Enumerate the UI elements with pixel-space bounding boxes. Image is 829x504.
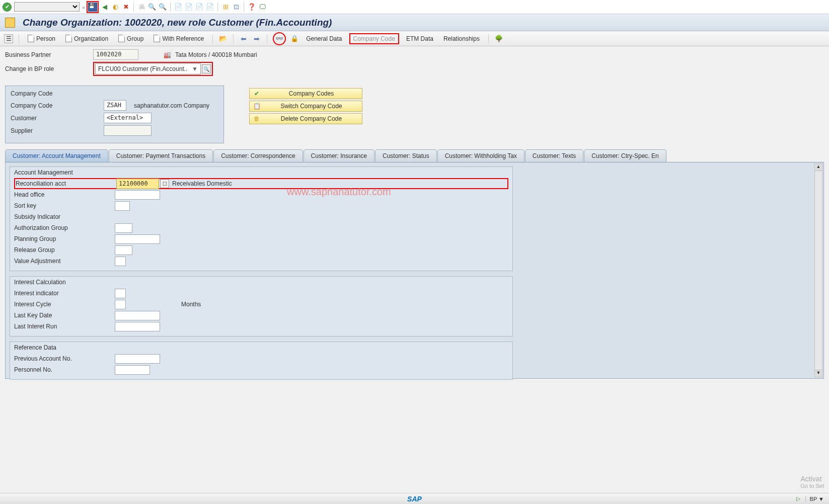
general-data-button[interactable]: General Data [303, 34, 345, 43]
lock-icon[interactable]: 🔒 [290, 34, 299, 43]
recon-label: Reconciliation acct [16, 180, 116, 187]
prev-account-input[interactable] [115, 354, 160, 364]
exit-icon[interactable]: ◐ [111, 3, 120, 12]
recon-description: Receivables Domestic [172, 180, 232, 187]
auth-group-input[interactable] [115, 223, 132, 233]
recon-help-icon[interactable]: ☐ [160, 179, 169, 188]
interest-title: Interest Calculation [14, 278, 508, 288]
enter-icon[interactable]: ✔ [3, 3, 12, 12]
glasses-icon[interactable]: 👓 [275, 34, 284, 43]
head-office-label: Head office [14, 191, 115, 198]
release-group-label: Release Group [14, 246, 115, 254]
tab-account-management[interactable]: Customer: Account Management [5, 149, 108, 162]
next-page-icon: 📄 [195, 3, 204, 12]
tab-insurance[interactable]: Customer: Insurance [304, 149, 374, 162]
first-page-icon: 📄 [174, 3, 183, 12]
cancel-icon[interactable]: ✖ [121, 3, 130, 12]
arrow-right-icon[interactable]: ➡ [252, 35, 261, 43]
check-list-icon: ✔ [253, 90, 261, 98]
print-icon: 🖶 [137, 3, 146, 12]
top-toolbar: ✔ « 💾 ◀ ◐ ✖ 🖶 🔍 🔍 📄 📄 📄 📄 ⊞ ⊡ ❓ 🖵 [0, 0, 829, 14]
tab-ctry-spec[interactable]: Customer: Ctry-Spec. En [584, 149, 666, 162]
role-label: Change in BP role [5, 65, 93, 72]
personnel-no-label: Personnel No. [14, 366, 115, 373]
interest-indicator-input[interactable] [115, 289, 126, 298]
tab-payment-transactions[interactable]: Customer: Payment Transactions [109, 149, 213, 162]
tab-withholding-tax[interactable]: Customer: Withholding Tax [437, 149, 524, 162]
with-reference-button[interactable]: With Reference [150, 34, 207, 43]
company-code-button[interactable]: Company Code [349, 33, 399, 44]
application-toolbar: ☰ Person Organization Group With Referen… [0, 31, 829, 46]
cc-description: saphanatutor.com Company [134, 102, 209, 109]
tab-texts[interactable]: Customer: Texts [525, 149, 583, 162]
interest-indicator-label: Interest indicator [14, 290, 115, 297]
cc-value[interactable]: ZSAH [104, 100, 126, 111]
open-icon[interactable]: 📂 [218, 34, 228, 43]
relationships-button[interactable]: Relationships [440, 34, 483, 43]
supplier-value [104, 125, 152, 136]
interest-cycle-unit: Months [181, 301, 201, 308]
etm-data-button[interactable]: ETM Data [403, 34, 436, 43]
sort-key-label: Sort key [14, 202, 115, 209]
supplier-label: Supplier [11, 127, 104, 134]
last-key-date-label: Last Key Date [14, 312, 115, 319]
tab-correspondence[interactable]: Customer: Correspondence [213, 149, 303, 162]
role-search-icon[interactable]: 🔍 [202, 64, 211, 73]
last-interest-run-input[interactable] [115, 322, 160, 331]
sort-key-input[interactable] [115, 201, 130, 211]
last-page-icon: 📄 [205, 3, 214, 12]
page-title-icon [5, 18, 15, 28]
chevron-left-icon[interactable]: « [82, 4, 85, 10]
layout-icon[interactable]: 🖵 [258, 3, 267, 12]
tree-icon[interactable]: 🌳 [494, 34, 503, 43]
recon-input[interactable]: 12100000 [116, 179, 159, 189]
switch-icon: 📋 [253, 102, 261, 110]
menu-icon[interactable]: ☰ [4, 34, 13, 43]
tabs-row: Customer: Account Management Customer: P… [5, 149, 824, 162]
new-session-icon[interactable]: ⊞ [221, 3, 230, 12]
acct-mgmt-title: Account Management [14, 168, 508, 178]
prev-account-label: Previous Account No. [14, 355, 115, 362]
release-group-input[interactable] [115, 245, 132, 255]
role-dropdown[interactable]: FLCU00 Customer (Fin.Account..▼ [95, 63, 201, 74]
page-title: Change Organization: 1002020, new role C… [23, 17, 332, 28]
customer-label: Customer [11, 115, 104, 122]
auth-group-label: Authorization Group [14, 224, 115, 231]
reference-title: Reference Data [14, 343, 508, 353]
personnel-no-input[interactable] [115, 365, 150, 375]
back-icon[interactable]: ◀ [100, 3, 109, 12]
planning-group-input[interactable] [115, 234, 160, 244]
value-adj-label: Value Adjustment [14, 258, 115, 265]
value-adj-input[interactable] [115, 257, 126, 266]
bp-description: Tata Motors / 400018 Mumbari [175, 51, 257, 58]
find-next-icon: 🔍 [158, 3, 167, 12]
last-key-date-input[interactable] [115, 311, 160, 320]
switch-company-code-button[interactable]: 📋 Switch Company Code [249, 101, 362, 112]
factory-icon: 🏭 [164, 51, 171, 58]
interest-cycle-label: Interest Cycle [14, 301, 115, 308]
interest-cycle-input[interactable] [115, 300, 126, 309]
head-office-input[interactable] [115, 190, 160, 200]
bp-number: 1002020 [93, 49, 138, 60]
cc-label: Company Code [11, 102, 104, 109]
command-field[interactable] [14, 2, 80, 12]
scrollbar[interactable]: ▲ ▼ [814, 163, 822, 377]
cc-section-title: Company Code [11, 89, 218, 100]
trash-icon: 🗑 [253, 115, 261, 123]
help-icon[interactable]: ❓ [247, 3, 256, 12]
organization-button[interactable]: Organization [62, 34, 111, 43]
delete-company-code-button[interactable]: 🗑 Delete Company Code [249, 113, 362, 124]
tab-status[interactable]: Customer: Status [375, 149, 437, 162]
page-title-bar: Change Organization: 1002020, new role C… [0, 14, 829, 31]
last-interest-run-label: Last Interet Run [14, 323, 115, 330]
shortcut-icon[interactable]: ⊡ [232, 3, 241, 12]
arrow-left-icon[interactable]: ⬅ [239, 35, 248, 43]
group-button[interactable]: Group [115, 34, 146, 43]
subsidy-label: Subsidy Indicator [14, 213, 115, 220]
bp-label: Business Partner [5, 51, 93, 58]
company-codes-button[interactable]: ✔ Company Codes [249, 88, 362, 99]
customer-value[interactable]: <External> [104, 113, 152, 123]
prev-page-icon: 📄 [184, 3, 193, 12]
person-button[interactable]: Person [25, 34, 58, 43]
save-icon[interactable]: 💾 [88, 3, 97, 12]
